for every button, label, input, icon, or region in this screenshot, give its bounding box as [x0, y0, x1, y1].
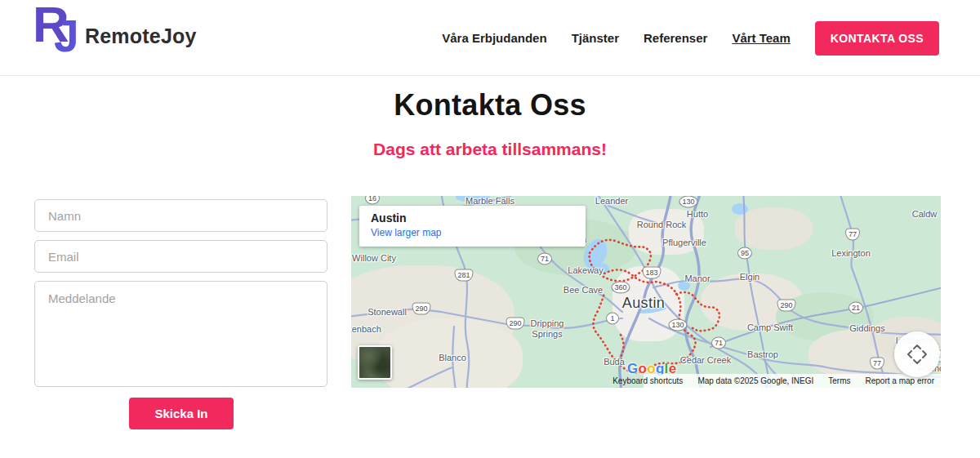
town-label: Leander — [595, 196, 628, 206]
town-label: Pflugerville — [662, 238, 706, 247]
page-subtitle: Dags att arbeta tillsammans! — [0, 140, 980, 159]
nav-item-vart-team[interactable]: Vårt Team — [732, 31, 790, 45]
keyboard-shortcuts-link[interactable]: Keyboard shortcuts — [612, 376, 683, 385]
town-label: Bastrop — [747, 349, 778, 359]
route-shield: 21 — [849, 302, 863, 314]
route-shield: 1 — [606, 313, 619, 325]
message-field[interactable] — [34, 281, 327, 387]
town-label: Lexington — [831, 248, 871, 258]
town-label: Giddings — [849, 323, 884, 333]
page-title: Kontakta Oss — [0, 88, 980, 122]
route-shield: 130 — [668, 319, 687, 331]
town-label: Blanco — [439, 353, 466, 362]
header: R J RemoteJoy Våra Erbjudanden Tjänster … — [0, 0, 980, 76]
town-label: Dripping Springs — [522, 318, 572, 340]
contact-form — [34, 199, 327, 387]
pan-control[interactable] — [894, 331, 940, 377]
route-shield: 183 — [642, 267, 661, 279]
nav-item-vara-erbjudanden[interactable]: Våra Erbjudanden — [442, 31, 546, 45]
logo-letter-j: J — [54, 10, 79, 62]
route-shield: 130 — [679, 196, 697, 208]
town-label: Manor — [684, 273, 710, 283]
town-label: Round Rock — [637, 220, 687, 229]
town-label: Hutto — [687, 209, 708, 219]
town-label: Willow City — [352, 253, 396, 263]
nav-item-referenser[interactable]: Referenser — [644, 31, 707, 45]
nav-item-tjanster[interactable]: Tjänster — [572, 31, 619, 45]
logo[interactable]: R J RemoteJoy — [31, 0, 235, 76]
city-label-austin: Austin — [622, 295, 665, 312]
map-place-card: Austin View larger map — [359, 206, 586, 247]
submit-button[interactable]: Skicka In — [129, 398, 234, 429]
google-map-embed[interactable]: Marble Falls Leander Hutto Round Rock Pf… — [351, 196, 941, 388]
email-field[interactable] — [34, 240, 327, 273]
pan-arrows-icon — [894, 331, 940, 377]
map-data-attribution: Map data ©2025 Google, INEGI — [697, 376, 813, 385]
town-label: Cedar Creek — [680, 355, 731, 365]
view-larger-map-link[interactable]: View larger map — [371, 227, 441, 238]
town-label: Buda — [604, 357, 625, 367]
route-shield: 281 — [454, 269, 473, 282]
kontakta-oss-button[interactable]: KONTAKTA OSS — [815, 21, 939, 56]
map-place-title: Austin — [371, 211, 574, 225]
route-shield: 71 — [711, 337, 726, 349]
google-letter: G — [627, 361, 639, 377]
report-map-error-link[interactable]: Report a map error — [866, 376, 934, 385]
route-shield: 290 — [412, 303, 430, 315]
route-shield: 71 — [537, 253, 552, 265]
town-label: Marble Falls — [466, 196, 514, 206]
terms-link[interactable]: Terms — [828, 376, 850, 385]
town-label: Bee Cave — [564, 285, 603, 295]
brand-name: RemoteJoy — [85, 24, 197, 48]
town-label: Camp Swift — [747, 322, 793, 332]
main-nav: Våra Erbjudanden Tjänster Referenser Vår… — [442, 0, 939, 76]
page: R J RemoteJoy Våra Erbjudanden Tjänster … — [0, 0, 980, 458]
town-label: Lakeway — [568, 265, 603, 275]
route-shield: 360 — [611, 282, 630, 294]
route-shield: 95 — [737, 247, 752, 260]
town-label: Stonewall — [368, 307, 407, 317]
town-label: Elgin — [740, 272, 760, 282]
satellite-view-toggle[interactable] — [358, 345, 392, 380]
town-label: kenbach — [351, 324, 381, 334]
name-field[interactable] — [34, 199, 327, 232]
route-shield: 290 — [777, 300, 795, 312]
town-label: Caldw — [912, 209, 938, 219]
